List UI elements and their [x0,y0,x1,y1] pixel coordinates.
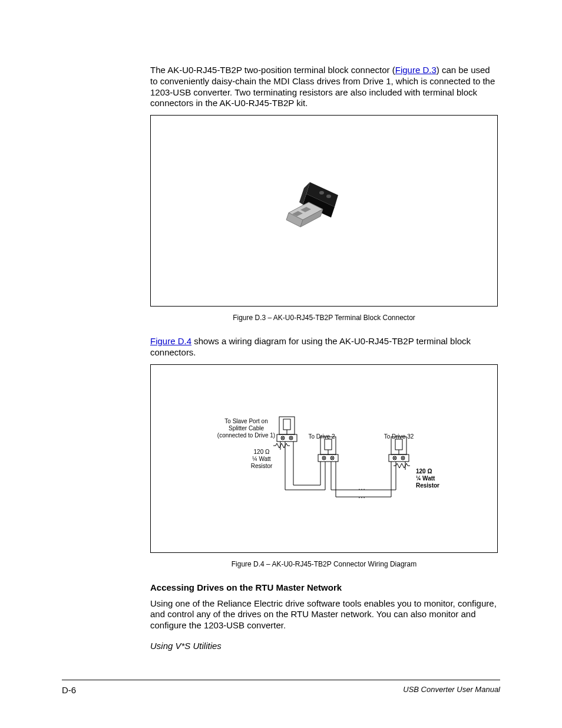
slave-port-label: To Slave Port on Splitter Cable (connect… [214,418,278,439]
para2-post: shows a wiring diagram for using the AK-… [150,336,471,357]
connector-illustration [280,177,351,233]
document-page: The AK-U0-RJ45-TB2P two-position termina… [0,0,562,728]
right-resistor-label: 120 Ω ¼ Watt Resistor [416,468,448,489]
wiring-diagram-svg [151,365,498,554]
figure-d4-link[interactable]: Figure D.4 [150,336,191,346]
manual-title: USB Converter User Manual [403,685,500,695]
svg-rect-11 [283,419,290,430]
figure-d4-frame: To Slave Port on Splitter Cable (connect… [150,364,498,553]
page-footer: D-6 USB Converter User Manual [62,680,500,695]
figure-d4-caption: Figure D.4 – AK-U0-RJ45-TB2P Connector W… [150,560,498,568]
page-number: D-6 [62,685,76,695]
svg-point-9 [326,195,331,198]
figure-d3-frame [150,115,498,307]
left-resistor-label: 120 Ω ¼ Watt Resistor [247,449,276,470]
figure-d3-link[interactable]: Figure D.3 [395,65,437,75]
figure-d3-caption: Figure D.3 – AK-U0-RJ45-TB2P Terminal Bl… [150,314,498,322]
svg-rect-38 [395,439,402,450]
paragraph-2: Figure D.4 shows a wiring diagram for us… [150,336,498,358]
ellipsis-2: … [356,491,368,500]
to-drive-32-label: To Drive 32 [378,433,419,440]
content-column: The AK-U0-RJ45-TB2P two-position termina… [150,65,498,651]
using-vs-utilities-heading: Using V*S Utilities [150,641,498,651]
svg-point-8 [319,191,324,195]
to-drive-2-label: To Drive 2 [304,433,339,440]
svg-rect-13 [277,434,297,442]
svg-rect-24 [325,439,332,450]
svg-rect-26 [318,454,338,462]
paragraph-3: Using one of the Reliance Electric drive… [150,598,498,631]
accessing-drives-heading: Accessing Drives on the RTU Master Netwo… [150,582,498,592]
para1-pre: The AK-U0-RJ45-TB2P two-position termina… [150,65,395,75]
paragraph-1: The AK-U0-RJ45-TB2P two-position termina… [150,65,498,109]
svg-rect-40 [389,454,409,462]
